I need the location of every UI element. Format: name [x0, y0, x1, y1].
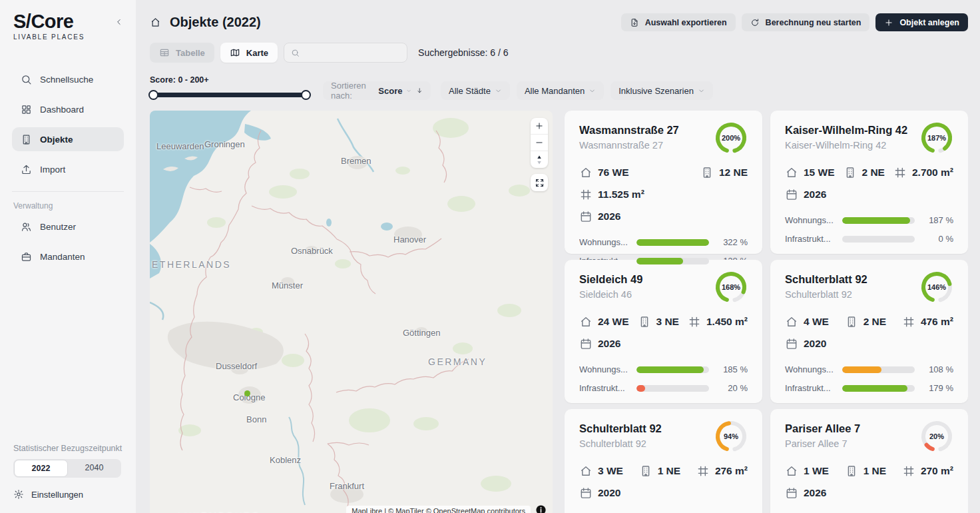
chevron-down-icon: [589, 87, 596, 95]
area-grid-icon: [902, 315, 915, 328]
we-stat: 4 WE: [785, 315, 829, 328]
tab-karte[interactable]: Karte: [220, 43, 278, 63]
sidebar-item-label: Benutzer: [40, 222, 76, 232]
sidebar-item-objekte[interactable]: Objekte: [12, 127, 124, 151]
calendar-icon: [579, 337, 593, 350]
fullscreen-button[interactable]: [531, 174, 548, 191]
ne-stat: 1 NE: [639, 464, 680, 478]
sidebar-item-label: Schnellsuche: [40, 75, 93, 85]
property-card[interactable]: Wasmannstraße 27 Wasmannstraße 27 200% 7…: [565, 111, 762, 254]
gear-icon: [13, 489, 24, 500]
table-icon: [159, 47, 170, 58]
map-icon: [230, 47, 240, 58]
house-icon: [785, 464, 798, 478]
year-toggle-2022[interactable]: 2022: [14, 460, 68, 477]
sidebar-item-import[interactable]: Import: [12, 157, 124, 181]
map-city-label: Koblenz: [270, 455, 301, 465]
sidebar-item-label: Import: [40, 165, 65, 175]
score-gauge: 187%: [920, 121, 953, 155]
sidebar-item-benutzer[interactable]: Benutzer: [12, 215, 124, 239]
property-card[interactable]: Schulterblatt 92 Schulterblatt 92 146% 4…: [770, 260, 968, 403]
create-object-button[interactable]: Objekt anlegen: [875, 13, 968, 31]
view-toolbar: Tabelle Karte Suchergebnisse: 6 / 6: [150, 43, 968, 63]
house-icon: [579, 166, 593, 179]
search-field[interactable]: [284, 43, 407, 63]
tab-tabelle[interactable]: Tabelle: [150, 43, 214, 63]
year-stat: 2026: [785, 486, 826, 500]
building-icon: [700, 166, 714, 179]
infrastrukturscore-bar: Infrastrukt...20 %: [579, 383, 748, 393]
we-stat: 24 WE: [579, 315, 629, 328]
briefcase-icon: [21, 251, 32, 262]
property-card[interactable]: Pariser Allee 7 Pariser Allee 7 20% 1 WE…: [770, 409, 968, 513]
settings-label: Einstellungen: [31, 490, 83, 500]
sidebar-collapse-button[interactable]: [115, 17, 124, 27]
map-city-label: Bremen: [341, 156, 371, 166]
search-results-count: Suchergebnisse: 6 / 6: [418, 47, 508, 58]
search-input[interactable]: [305, 48, 400, 58]
property-card[interactable]: Schulterblatt 92 Schulterblatt 92 94% 3 …: [565, 409, 762, 513]
chevron-down-icon: [406, 87, 411, 95]
scenarios-dropdown[interactable]: Inklusive Szenarien: [611, 81, 713, 100]
property-card[interactable]: Sieldeich 49 Sieldeich 46 168% 24 WE 3 N…: [565, 260, 762, 403]
slider-track[interactable]: [150, 93, 310, 97]
sidebar-nav: Schnellsuche Dashboard Objekte Import: [0, 67, 136, 181]
house-icon: [785, 166, 798, 179]
minus-icon: [535, 138, 544, 147]
area-stat: 11.525 m²: [579, 188, 644, 201]
zoom-in-button[interactable]: [531, 118, 548, 135]
slider-handle-min[interactable]: [148, 90, 158, 100]
logo-tagline: LIVABLE PLACES: [13, 33, 85, 41]
slider-handle-max[interactable]: [301, 90, 311, 100]
map-country-label: ETHERLANDS: [152, 259, 231, 270]
plus-icon: [884, 18, 893, 27]
info-button[interactable]: [535, 504, 547, 513]
score-gauge: 200%: [714, 121, 748, 155]
map-marker[interactable]: [244, 390, 250, 396]
pitch-toggle-button[interactable]: [531, 151, 548, 168]
card-title: Kaiser-Wilhelm-Ring 42: [785, 124, 907, 137]
upload-icon: [21, 164, 32, 175]
restart-calculation-button[interactable]: Berechnung neu starten: [742, 13, 870, 31]
map-city-label: Leeuwarden: [156, 141, 204, 151]
score-range-label: Score: 0 - 200+: [150, 75, 310, 85]
area-grid-icon: [902, 464, 915, 478]
map-city-label: Bonn: [246, 414, 266, 424]
cities-dropdown[interactable]: Alle Städte: [441, 81, 510, 100]
infrastrukturscore-bar: Infrastrukt...179 %: [785, 383, 953, 393]
users-icon: [21, 221, 32, 233]
score-gauge-label: 200%: [714, 121, 748, 155]
sidebar-item-einstellungen[interactable]: Einstellungen: [13, 489, 122, 500]
tenants-dropdown[interactable]: Alle Mandanten: [517, 81, 604, 100]
sidebar-item-schnellsuche[interactable]: Schnellsuche: [12, 67, 124, 91]
results-card-grid: Wasmannstraße 27 Wasmannstraße 27 200% 7…: [565, 111, 968, 513]
logo-text: S/Core: [13, 12, 85, 31]
score-gauge-label: 187%: [920, 121, 953, 155]
sort-direction-icon[interactable]: [416, 86, 423, 95]
we-stat: 3 WE: [579, 464, 623, 478]
we-stat: 1 WE: [785, 464, 829, 478]
score-range-slider[interactable]: [150, 90, 310, 100]
area-grid-icon: [579, 188, 593, 201]
search-icon: [21, 74, 32, 85]
score-filter: Score: 0 - 200+: [150, 75, 310, 100]
area-stat: 2.700 m²: [893, 166, 953, 179]
property-card[interactable]: Kaiser-Wilhelm-Ring 42 Kaiser-Wilhelm-Ri…: [770, 111, 968, 254]
dashboard-icon: [21, 104, 32, 115]
sidebar-item-dashboard[interactable]: Dashboard: [12, 97, 124, 121]
score-gauge-label: 168%: [714, 270, 748, 304]
map-city-label: Groningen: [204, 139, 245, 149]
plus-icon: [535, 121, 544, 131]
sidebar-item-mandanten[interactable]: Mandanten: [12, 245, 124, 268]
ne-stat: 1 NE: [845, 464, 886, 478]
export-selection-button[interactable]: Auswahl exportieren: [621, 13, 736, 31]
zoom-out-button[interactable]: [531, 135, 548, 151]
ne-stat: 12 NE: [700, 166, 748, 179]
sort-dropdown[interactable]: Sortieren nach: Score: [323, 81, 431, 100]
year-toggle-2040[interactable]: 2040: [68, 460, 121, 477]
map-city-label: Hanover: [393, 235, 426, 245]
map-canvas[interactable]: Leeuwarden Groningen Bremen Hanover Osna…: [150, 111, 553, 513]
card-subtitle: Kaiser-Wilhelm-Ring 42: [785, 140, 907, 151]
card-subtitle: Schulterblatt 92: [579, 438, 662, 449]
wohnungsscore-bar: Wohnungs...187 %: [785, 215, 953, 225]
